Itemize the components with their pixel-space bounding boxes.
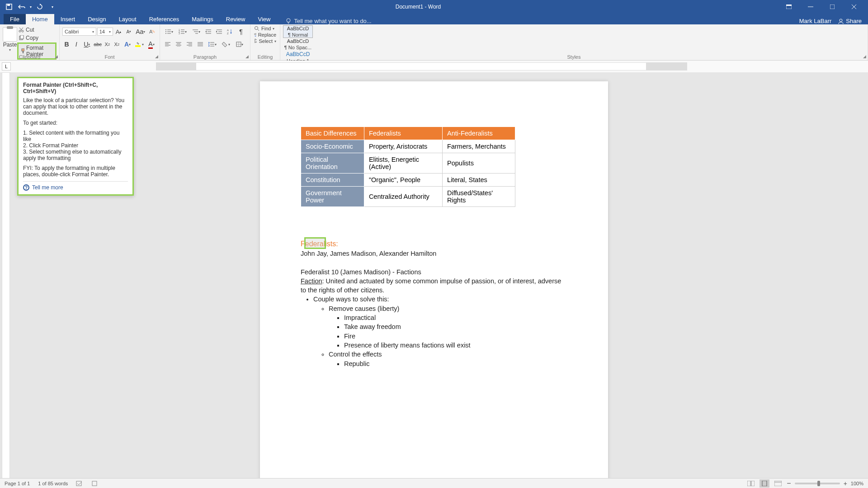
tab-file[interactable]: File xyxy=(4,14,26,24)
list-item[interactable]: Fire xyxy=(344,332,567,341)
table-header[interactable]: Federalists xyxy=(364,127,442,140)
increase-indent-button[interactable] xyxy=(214,27,224,37)
bold-button[interactable]: B xyxy=(62,39,71,49)
show-marks-button[interactable]: ¶ xyxy=(236,27,246,37)
undo-dropdown[interactable]: ▾ xyxy=(30,5,32,9)
comparison-table[interactable]: Basic Differences Federalists Anti-Feder… xyxy=(301,127,515,207)
table-cell[interactable]: Constitution xyxy=(301,174,364,187)
tab-mailings[interactable]: Mailings xyxy=(185,14,220,24)
cut-button[interactable]: Cut xyxy=(17,26,57,33)
word-count[interactable]: 1 of 85 words xyxy=(38,481,68,486)
undo-icon[interactable] xyxy=(17,2,26,11)
redo-icon[interactable] xyxy=(35,2,44,11)
font-name-select[interactable]: Calibri▾ xyxy=(62,28,96,36)
tab-insert[interactable]: Insert xyxy=(54,14,82,24)
grow-font-button[interactable]: A▴ xyxy=(114,27,123,37)
table-cell[interactable]: Government Power xyxy=(301,187,364,207)
page-indicator[interactable]: Page 1 of 1 xyxy=(5,481,30,486)
web-layout-button[interactable] xyxy=(773,479,783,488)
spelling-icon[interactable] xyxy=(76,480,83,487)
minimize-icon[interactable] xyxy=(800,0,821,14)
table-cell[interactable]: Elitists, Energetic (Active) xyxy=(364,153,442,174)
body-text[interactable]: John Jay, James Madison, Alexander Hamil… xyxy=(301,249,567,258)
zoom-out-button[interactable]: − xyxy=(787,479,791,488)
read-mode-button[interactable] xyxy=(746,479,756,488)
copy-button[interactable]: Copy xyxy=(17,34,57,42)
vertical-ruler[interactable] xyxy=(2,72,10,481)
shrink-font-button[interactable]: A▾ xyxy=(124,27,133,37)
zoom-level[interactable]: 100% xyxy=(851,481,863,486)
paragraph-launcher[interactable]: ◢ xyxy=(245,54,249,59)
align-left-button[interactable] xyxy=(163,39,173,49)
zoom-slider[interactable] xyxy=(795,483,840,484)
shading-button[interactable]: ▾ xyxy=(220,39,232,49)
heading-federalists[interactable]: Federalists: xyxy=(301,239,567,249)
macro-icon[interactable] xyxy=(91,480,98,487)
numbering-button[interactable]: 123▾ xyxy=(176,27,189,37)
list-item[interactable]: Presence of liberty means factions will … xyxy=(344,341,567,350)
page[interactable]: Basic Differences Federalists Anti-Feder… xyxy=(260,81,608,481)
underline-button[interactable]: U▾ xyxy=(81,39,92,49)
list-item[interactable]: Control the effects xyxy=(329,350,567,359)
align-right-button[interactable] xyxy=(184,39,194,49)
list-item[interactable]: Impractical xyxy=(344,313,567,322)
tab-review[interactable]: Review xyxy=(220,14,252,24)
zoom-in-button[interactable]: + xyxy=(844,480,847,487)
list-item[interactable]: Couple ways to solve this: xyxy=(313,295,567,304)
select-button[interactable]: Select ▾ xyxy=(253,38,277,44)
body-text[interactable]: Federalist 10 (James Madison) - Factions xyxy=(301,267,567,277)
justify-button[interactable] xyxy=(195,39,205,49)
line-spacing-button[interactable]: ▾ xyxy=(206,39,219,49)
table-cell[interactable]: Property, Aristocrats xyxy=(364,140,442,153)
table-cell[interactable]: Farmers, Merchants xyxy=(443,140,515,153)
user-name[interactable]: Mark LaBarr xyxy=(799,18,832,24)
body-text[interactable]: Faction: United and actuated by some com… xyxy=(301,277,567,295)
maximize-icon[interactable] xyxy=(822,0,843,14)
font-color-button[interactable]: A▾ xyxy=(146,39,157,49)
strikethrough-button[interactable]: abc xyxy=(94,39,102,49)
table-cell[interactable]: Political Orientation xyxy=(301,153,364,174)
tab-selector[interactable]: L xyxy=(2,62,11,70)
style-no-spacing[interactable]: AaBbCcD¶ No Spac... xyxy=(283,38,313,51)
table-cell[interactable]: Literal, States xyxy=(443,174,515,187)
table-header[interactable]: Basic Differences xyxy=(301,127,364,140)
tell-me-more-link[interactable]: ? Tell me more xyxy=(23,181,128,191)
table-cell[interactable]: Centralized Authority xyxy=(364,187,442,207)
align-center-button[interactable] xyxy=(174,39,184,49)
text-effects-button[interactable]: A▾ xyxy=(122,39,133,49)
multilevel-button[interactable]: ▾ xyxy=(190,27,203,37)
superscript-button[interactable]: X2 xyxy=(113,39,121,49)
borders-button[interactable]: ▾ xyxy=(233,39,246,49)
share-button[interactable]: Share xyxy=(838,18,862,24)
table-cell[interactable]: Populists xyxy=(443,153,515,174)
clear-formatting-button[interactable]: A xyxy=(147,27,157,37)
italic-button[interactable]: I xyxy=(72,39,80,49)
tab-design[interactable]: Design xyxy=(81,14,112,24)
tab-layout[interactable]: Layout xyxy=(113,14,143,24)
sort-button[interactable]: AZ xyxy=(225,27,235,37)
table-header[interactable]: Anti-Federalists xyxy=(443,127,515,140)
bullet-list[interactable]: Couple ways to solve this: Remove causes… xyxy=(313,295,567,368)
change-case-button[interactable]: Aa▾ xyxy=(134,27,146,37)
qat-customize[interactable]: ▾ xyxy=(52,5,53,9)
clipboard-launcher[interactable]: ◢ xyxy=(55,54,58,59)
highlight-button[interactable]: ▾ xyxy=(134,39,145,49)
save-icon[interactable] xyxy=(5,2,14,11)
tab-home[interactable]: Home xyxy=(26,14,54,24)
styles-launcher[interactable]: ◢ xyxy=(863,54,866,59)
find-button[interactable]: Find ▾ xyxy=(253,25,277,32)
table-cell[interactable]: Socio-Economic xyxy=(301,140,364,153)
font-size-select[interactable]: 14▾ xyxy=(97,28,113,36)
print-layout-button[interactable] xyxy=(760,479,769,488)
close-icon[interactable] xyxy=(844,0,864,14)
table-cell[interactable]: Diffused/States' Rights xyxy=(443,187,515,207)
subscript-button[interactable]: X2 xyxy=(103,39,112,49)
tell-me-search[interactable]: Tell me what you want to do... xyxy=(286,18,371,24)
horizontal-ruler[interactable] xyxy=(156,62,687,70)
list-item[interactable]: Remove causes (liberty) xyxy=(329,304,567,313)
tab-view[interactable]: View xyxy=(251,14,277,24)
replace-button[interactable]: abacReplace xyxy=(253,32,277,38)
decrease-indent-button[interactable] xyxy=(203,27,213,37)
ribbon-display-icon[interactable] xyxy=(778,0,799,14)
bullets-button[interactable]: ▾ xyxy=(163,27,175,37)
